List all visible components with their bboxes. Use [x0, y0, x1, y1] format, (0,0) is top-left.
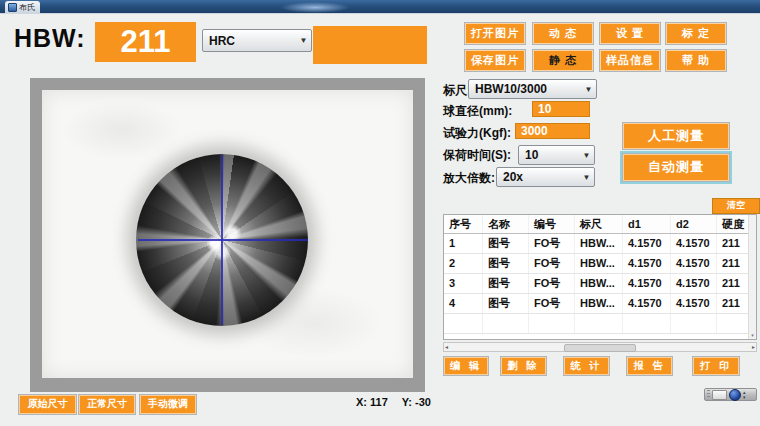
scale-select-value: HBW10/3000: [469, 82, 581, 96]
keyboard-icon[interactable]: [712, 390, 727, 400]
table-header-row: 序号 名称 编号 标尺 d1 d2 硬度: [444, 215, 756, 234]
table-empty-row: [444, 314, 756, 334]
clear-button[interactable]: 清空: [712, 198, 760, 214]
cell-number: FO号: [529, 274, 575, 293]
manual-measure-button[interactable]: 人工测量: [622, 122, 730, 150]
table-row[interactable]: 1 图号 FO号 HBW... 4.1570 4.1570 211: [444, 234, 756, 254]
language-bar-options-icon[interactable]: ▴▾: [743, 390, 746, 400]
cell-index: 4: [444, 294, 483, 313]
results-table[interactable]: 序号 名称 编号 标尺 d1 d2 硬度 1 图号 FO号 HBW... 4.1…: [443, 214, 757, 340]
auto-measure-button[interactable]: 自动测量: [622, 153, 730, 182]
cell-d2: 4.1570: [671, 294, 717, 313]
ball-diameter-label: 球直径(mm):: [443, 103, 512, 120]
settings-button[interactable]: 设 置: [599, 22, 661, 45]
cell-name: 图号: [483, 294, 529, 313]
cell-name: 图号: [483, 234, 529, 253]
scroll-right-arrow-icon: ▸: [752, 343, 755, 351]
cell-scale: HBW...: [575, 234, 623, 253]
test-force-field[interactable]: [515, 123, 590, 139]
save-image-button[interactable]: 保存图片: [464, 49, 526, 72]
cursor-coordinates: X: 117 Y: -30: [356, 396, 431, 408]
language-bar[interactable]: ▴▾: [704, 388, 757, 401]
cell-name: 图号: [483, 274, 529, 293]
report-button[interactable]: 报 告: [626, 356, 673, 376]
cell-d1: 4.1570: [623, 274, 671, 293]
dynamic-button[interactable]: 动 态: [532, 22, 594, 45]
calibration-button[interactable]: 标 定: [665, 22, 727, 45]
scroll-left-arrow-icon: ◂: [445, 343, 448, 351]
cell-index: 2: [444, 254, 483, 273]
col-header-name[interactable]: 名称: [483, 215, 529, 233]
magnification-select[interactable]: 20x ▼: [496, 167, 595, 187]
static-button[interactable]: 静 态: [532, 49, 594, 72]
converted-value-display: [313, 26, 427, 64]
delete-button[interactable]: 删 除: [500, 356, 547, 376]
window-titlebar: 布氏: [0, 0, 760, 14]
ime-icon[interactable]: [729, 389, 741, 401]
chevron-down-icon: ▼: [579, 173, 594, 182]
dwell-time-select-value: 10: [519, 148, 579, 162]
edit-button[interactable]: 编 辑: [443, 356, 489, 376]
titlebar-glow: [280, 2, 350, 13]
cell-scale: HBW...: [575, 274, 623, 293]
cell-number: FO号: [529, 254, 575, 273]
coord-x: X: 117: [356, 396, 388, 408]
statistics-button[interactable]: 统 计: [563, 356, 610, 376]
table-vertical-scrollbar[interactable]: ▾: [748, 215, 756, 339]
cell-number: FO号: [529, 294, 575, 313]
ball-diameter-field[interactable]: [532, 101, 590, 117]
table-horizontal-scrollbar[interactable]: ◂ ▸: [443, 342, 757, 352]
cell-d2: 4.1570: [671, 234, 717, 253]
scroll-down-arrow-icon: ▾: [749, 332, 756, 338]
cell-d1: 4.1570: [623, 234, 671, 253]
cell-d1: 4.1570: [623, 294, 671, 313]
original-size-button[interactable]: 原始尺寸: [18, 394, 77, 415]
scale-select[interactable]: HBW10/3000 ▼: [468, 79, 597, 99]
magnification-label: 放大倍数:: [443, 170, 495, 187]
manual-adjust-button[interactable]: 手动微调: [139, 394, 197, 415]
help-button[interactable]: 帮 助: [665, 49, 727, 72]
window-title-tab[interactable]: 布氏: [5, 1, 40, 13]
hardness-type-label: HBW:: [14, 24, 86, 53]
table-row[interactable]: 2 图号 FO号 HBW... 4.1570 4.1570 211: [444, 254, 756, 274]
col-header-index[interactable]: 序号: [444, 215, 483, 233]
dwell-time-label: 保荷时间(S):: [443, 147, 511, 164]
image-viewer-panel[interactable]: [30, 78, 425, 392]
crosshair-horizontal-line: [138, 239, 308, 241]
dwell-time-select[interactable]: 10 ▼: [518, 145, 595, 165]
specimen-image[interactable]: [42, 90, 413, 378]
cell-d2: 4.1570: [671, 254, 717, 273]
print-button[interactable]: 打 印: [692, 356, 740, 376]
cell-number: FO号: [529, 234, 575, 253]
col-header-scale[interactable]: 标尺: [575, 215, 623, 233]
unit-select-value: HRC: [203, 34, 296, 48]
cell-scale: HBW...: [575, 294, 623, 313]
drag-handle-icon[interactable]: [707, 390, 710, 399]
scale-label: 标尺:: [443, 82, 471, 99]
test-force-label: 试验力(Kgf):: [443, 125, 511, 142]
normal-size-button[interactable]: 正常尺寸: [78, 394, 136, 415]
cell-index: 3: [444, 274, 483, 293]
cell-d1: 4.1570: [623, 254, 671, 273]
col-header-number[interactable]: 编号: [529, 215, 575, 233]
col-header-d1[interactable]: d1: [623, 215, 671, 233]
cell-index: 1: [444, 234, 483, 253]
unit-select[interactable]: HRC ▼: [202, 29, 312, 52]
cell-name: 图号: [483, 254, 529, 273]
scrollbar-thumb[interactable]: [564, 344, 636, 352]
coord-y: Y: -30: [402, 396, 431, 408]
table-row[interactable]: 4 图号 FO号 HBW... 4.1570 4.1570 211: [444, 294, 756, 314]
open-image-button[interactable]: 打开图片: [464, 22, 526, 45]
window-title: 布氏: [19, 2, 35, 13]
chevron-down-icon: ▼: [296, 36, 311, 45]
cell-d2: 4.1570: [671, 274, 717, 293]
magnification-select-value: 20x: [497, 170, 579, 184]
col-header-d2[interactable]: d2: [671, 215, 717, 233]
hardness-value-display: 211: [95, 22, 196, 62]
sample-info-button[interactable]: 样品信息: [599, 49, 661, 72]
app-icon: [8, 3, 17, 12]
chevron-down-icon: ▼: [579, 151, 594, 160]
table-row[interactable]: 3 图号 FO号 HBW... 4.1570 4.1570 211: [444, 274, 756, 294]
cell-scale: HBW...: [575, 254, 623, 273]
specimen-smudge: [62, 100, 182, 160]
